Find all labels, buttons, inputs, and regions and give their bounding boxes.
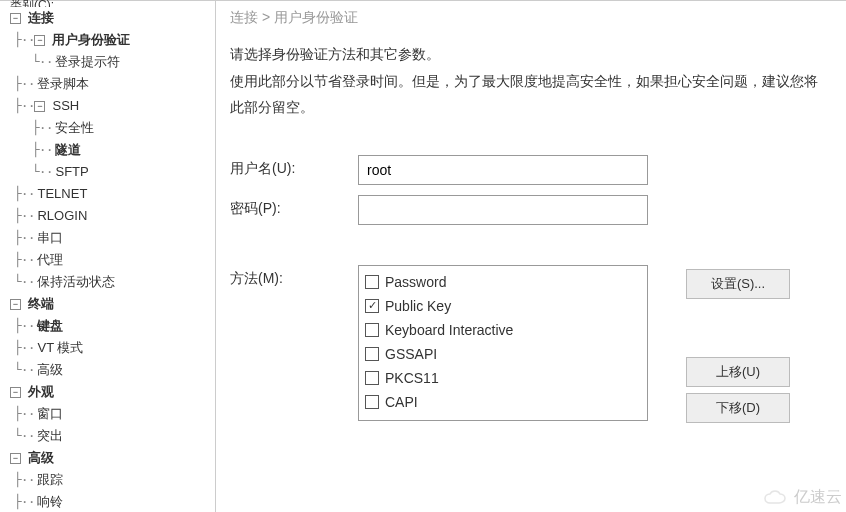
dialog-category-label: 类别(C):: [10, 0, 54, 7]
dialog-body: − 连接 ├·· − 用户身份验证 └·· 登录提示符 ├·· 登录脚本: [0, 0, 846, 512]
username-label: 用户名(U):: [230, 155, 358, 178]
checkbox-icon[interactable]: [365, 371, 379, 385]
settings-button[interactable]: 设置(S)...: [686, 269, 790, 299]
checkbox-icon[interactable]: ✓: [365, 299, 379, 313]
category-tree: − 连接 ├·· − 用户身份验证 └·· 登录提示符 ├·· 登录脚本: [0, 1, 216, 512]
checkbox-icon[interactable]: [365, 395, 379, 409]
method-item-pkcs11[interactable]: PKCS11: [365, 366, 641, 390]
method-item-keyboard-interactive[interactable]: Keyboard Interactive: [365, 318, 641, 342]
method-item-gssapi[interactable]: GSSAPI: [365, 342, 641, 366]
watermark: 亿速云: [762, 487, 842, 508]
username-input[interactable]: [358, 155, 648, 185]
password-label: 密码(P):: [230, 195, 358, 218]
password-input[interactable]: [358, 195, 648, 225]
tree-node-security[interactable]: ├·· 安全性: [8, 117, 215, 139]
collapse-icon[interactable]: −: [34, 101, 45, 112]
tree-node-bell[interactable]: ├·· 响铃: [8, 491, 215, 512]
main-panel: 连接 > 用户身份验证 请选择身份验证方法和其它参数。 使用此部分以节省登录时间…: [216, 1, 846, 512]
checkbox-icon[interactable]: [365, 347, 379, 361]
cloud-icon: [762, 489, 790, 507]
method-item-publickey[interactable]: ✓ Public Key: [365, 294, 641, 318]
tree-node-login-script[interactable]: ├·· 登录脚本: [8, 73, 215, 95]
collapse-icon[interactable]: −: [10, 299, 21, 310]
method-item-capi[interactable]: CAPI: [365, 390, 641, 414]
collapse-icon[interactable]: −: [34, 35, 45, 46]
method-item-password[interactable]: Password: [365, 270, 641, 294]
collapse-icon[interactable]: −: [10, 13, 21, 24]
checkbox-icon[interactable]: [365, 323, 379, 337]
move-up-button[interactable]: 上移(U): [686, 357, 790, 387]
tree-node-tunnel[interactable]: ├·· 隧道: [8, 139, 215, 161]
method-listbox[interactable]: Password ✓ Public Key Keyboard Interacti…: [358, 265, 648, 421]
collapse-icon[interactable]: −: [10, 453, 21, 464]
breadcrumb: 连接 > 用户身份验证: [230, 9, 828, 27]
collapse-icon[interactable]: −: [10, 387, 21, 398]
tree-node-ssh[interactable]: ├·· − SSH: [8, 95, 215, 117]
move-down-button[interactable]: 下移(D): [686, 393, 790, 423]
method-label: 方法(M):: [230, 265, 358, 288]
checkbox-icon[interactable]: [365, 275, 379, 289]
description-text: 请选择身份验证方法和其它参数。 使用此部分以节省登录时间。但是，为了最大限度地提…: [230, 41, 828, 121]
